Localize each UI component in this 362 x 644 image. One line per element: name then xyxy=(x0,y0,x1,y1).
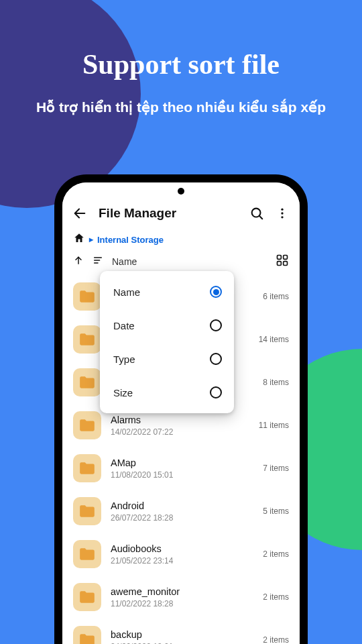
svg-rect-12 xyxy=(278,262,282,266)
file-date: 14/02/2022 07:22 xyxy=(111,427,253,437)
file-count: 2 items xyxy=(263,549,289,559)
svg-rect-11 xyxy=(284,256,288,260)
folder-icon xyxy=(73,368,101,396)
file-count: 11 items xyxy=(259,421,289,430)
sort-option-label: Date xyxy=(113,320,135,331)
sort-option-label: Size xyxy=(113,387,133,398)
file-date: 26/07/2022 18:28 xyxy=(111,513,257,523)
svg-point-5 xyxy=(281,216,283,218)
view-toggle-icon[interactable] xyxy=(276,254,289,270)
svg-rect-10 xyxy=(278,256,282,260)
sort-current-label[interactable]: Name xyxy=(112,256,137,267)
folder-icon xyxy=(73,626,101,644)
file-count: 2 items xyxy=(263,592,289,602)
list-item[interactable]: Android26/07/2022 18:285 items xyxy=(68,490,294,533)
file-count: 2 items xyxy=(263,635,289,644)
file-name: Android xyxy=(111,500,257,511)
svg-rect-13 xyxy=(284,262,288,266)
breadcrumb-label[interactable]: Internal Storage xyxy=(97,235,164,245)
folder-icon xyxy=(73,540,101,568)
svg-point-3 xyxy=(281,209,283,211)
breadcrumb[interactable]: ▸ Internal Storage xyxy=(62,231,300,251)
sort-field-icon[interactable] xyxy=(92,255,104,268)
search-icon[interactable] xyxy=(247,204,266,223)
file-count: 5 items xyxy=(263,506,289,516)
folder-icon xyxy=(73,325,101,354)
file-count: 8 items xyxy=(263,378,289,387)
svg-line-2 xyxy=(259,216,262,219)
phone-frame: File Manager ▸ Internal Storage xyxy=(54,174,308,644)
svg-point-4 xyxy=(281,212,283,214)
file-name: Alarms xyxy=(111,415,253,425)
sort-direction-icon[interactable] xyxy=(73,255,84,268)
sort-option[interactable]: Name xyxy=(100,275,234,309)
camera-dot xyxy=(178,188,184,195)
file-name: aweme_monitor xyxy=(111,586,257,597)
file-name: AMap xyxy=(111,458,257,468)
sort-option-label: Type xyxy=(113,354,135,365)
promo-title: Support sort file xyxy=(0,48,362,80)
radio-icon xyxy=(210,286,222,298)
file-date: 11/08/2020 15:01 xyxy=(111,470,257,480)
sort-popup: NameDateTypeSize xyxy=(100,271,234,413)
file-date: 24/06/2022 19:01 xyxy=(111,642,257,645)
file-name: Audiobooks xyxy=(111,543,257,554)
folder-icon xyxy=(73,583,101,611)
folder-icon xyxy=(73,411,101,439)
folder-icon xyxy=(73,454,101,482)
folder-icon xyxy=(73,497,101,525)
file-date: 11/02/2022 18:28 xyxy=(111,599,257,608)
folder-icon xyxy=(73,282,101,311)
sort-option[interactable]: Type xyxy=(100,342,234,376)
radio-icon xyxy=(210,353,222,365)
home-icon[interactable] xyxy=(73,232,85,247)
promo-subtitle: Hỗ trợ hiển thị tệp theo nhiều kiểu sắp … xyxy=(0,99,362,115)
radio-icon xyxy=(210,386,222,398)
app-title: File Manager xyxy=(99,206,247,221)
overflow-icon[interactable] xyxy=(273,204,292,223)
back-icon[interactable] xyxy=(70,204,89,223)
file-count: 14 items xyxy=(259,335,289,344)
chevron-right-icon: ▸ xyxy=(89,235,93,244)
file-count: 7 items xyxy=(263,464,289,473)
list-item[interactable]: Audiobooks21/05/2022 23:142 items xyxy=(68,533,294,576)
file-count: 6 items xyxy=(263,292,289,301)
sort-option[interactable]: Size xyxy=(100,376,234,409)
list-item[interactable]: aweme_monitor11/02/2022 18:282 items xyxy=(68,576,294,619)
app-bar: File Manager xyxy=(62,196,300,231)
file-date: 21/05/2022 23:14 xyxy=(111,556,257,566)
list-item[interactable]: AMap11/08/2020 15:017 items xyxy=(68,447,294,490)
sort-option[interactable]: Date xyxy=(100,309,234,342)
sort-option-label: Name xyxy=(113,286,140,298)
list-item[interactable]: backup24/06/2022 19:012 items xyxy=(68,619,294,644)
file-name: backup xyxy=(111,629,257,640)
radio-icon xyxy=(210,319,222,331)
